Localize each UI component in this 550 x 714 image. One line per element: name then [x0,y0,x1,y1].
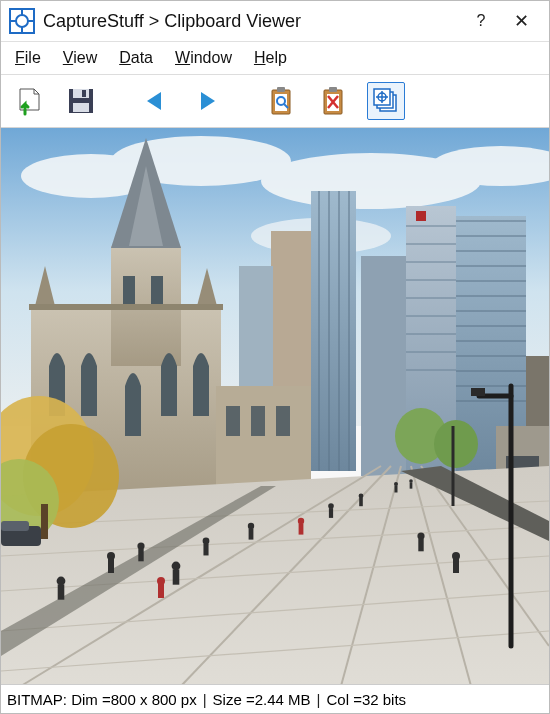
svg-rect-73 [251,406,265,436]
svg-rect-118 [418,539,423,552]
status-size-value: 2.44 MB [255,691,311,708]
svg-rect-9 [73,103,89,112]
svg-rect-47 [416,211,426,221]
capture-stack-icon [371,86,401,116]
find-clipboard-button[interactable] [263,83,299,119]
app-name-text: CaptureStuff [43,11,144,31]
status-dim-label: Dim = [71,691,111,708]
svg-rect-122 [299,523,304,534]
next-icon [195,89,219,113]
svg-rect-70 [29,304,223,310]
menu-help[interactable]: Help [254,49,287,67]
status-col-label: Col = [326,691,361,708]
svg-point-123 [157,577,165,585]
save-button[interactable] [63,83,99,119]
svg-rect-100 [138,549,143,562]
window-subtitle: Clipboard Viewer [164,11,301,31]
delete-clipboard-button[interactable] [315,83,351,119]
svg-point-99 [137,542,144,549]
toolbar [1,74,549,128]
svg-rect-114 [395,486,398,493]
svg-point-115 [409,479,413,483]
svg-point-97 [107,552,115,560]
open-icon [14,86,44,116]
svg-point-103 [203,538,210,545]
menu-data[interactable]: Data [119,49,153,67]
menu-window[interactable]: Window [175,49,232,67]
svg-point-92 [434,420,478,468]
svg-rect-126 [1,521,29,531]
svg-rect-110 [329,508,333,518]
app-icon [9,8,35,34]
find-clipboard-icon [267,86,295,116]
titlebar-help-button[interactable]: ? [461,1,501,41]
svg-rect-106 [58,584,65,599]
svg-rect-90 [41,504,48,539]
save-icon [66,86,96,116]
statusbar: BITMAP: Dim = 800 x 800 px | Size = 2.44… [1,684,549,713]
next-button[interactable] [189,83,225,119]
open-button[interactable] [11,83,47,119]
svg-rect-72 [226,406,240,436]
svg-rect-7 [73,89,89,98]
capture-stack-button[interactable] [367,82,405,120]
svg-point-105 [57,577,66,586]
svg-rect-104 [203,544,208,556]
svg-rect-124 [158,584,164,598]
svg-point-107 [248,523,254,529]
svg-rect-8 [82,90,86,97]
help-icon: ? [477,12,486,30]
menubar: File View Data Window Help [1,42,549,74]
svg-point-109 [328,503,334,509]
status-size-label: Size = [213,691,255,708]
svg-point-113 [394,482,398,486]
prev-icon [143,89,167,113]
status-col-value: 32 bits [362,691,406,708]
window-title: CaptureStuff > Clipboard Viewer [43,11,461,32]
svg-rect-74 [276,406,290,436]
svg-point-111 [359,494,364,499]
svg-point-121 [298,518,304,524]
menu-file[interactable]: File [15,49,41,67]
status-format-label: BITMAP: [7,691,67,708]
svg-rect-98 [108,559,114,573]
svg-point-101 [172,562,181,571]
svg-rect-11 [277,87,285,92]
svg-rect-116 [410,482,413,488]
titlebar-close-button[interactable]: ✕ [501,1,541,41]
svg-rect-16 [329,87,337,92]
title-separator: > [144,11,165,31]
prev-button[interactable] [137,83,173,119]
menu-view[interactable]: View [63,49,97,67]
clipboard-image-viewport[interactable] [1,128,549,684]
app-window: CaptureStuff > Clipboard Viewer ? ✕ File… [0,0,550,714]
close-icon: ✕ [514,10,529,32]
svg-rect-102 [173,569,180,584]
clipboard-bitmap-image [1,128,549,684]
delete-clipboard-icon [319,86,347,116]
svg-rect-108 [249,528,254,539]
svg-rect-68 [123,276,135,306]
svg-point-117 [417,532,424,539]
svg-rect-120 [453,559,459,573]
svg-rect-69 [151,276,163,306]
titlebar: CaptureStuff > Clipboard Viewer ? ✕ [1,1,549,42]
svg-point-119 [452,552,460,560]
status-dim-value: 800 x 800 px [111,691,197,708]
svg-rect-95 [471,388,485,396]
svg-rect-112 [359,498,363,506]
